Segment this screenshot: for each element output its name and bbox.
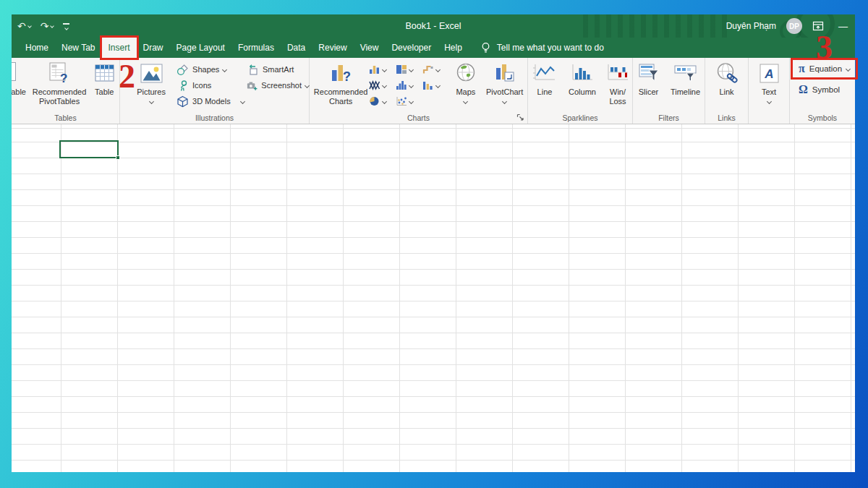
pivotchart-button[interactable]: PivotChart — [482, 58, 527, 103]
waterfall-chart-icon — [422, 64, 434, 74]
screenshot-label: Screenshot — [261, 81, 302, 90]
insert-scatter-chart-button[interactable] — [396, 93, 422, 109]
maps-label: Maps — [456, 87, 475, 97]
pie-chart-dropdown-icon — [382, 98, 387, 103]
tab-new-tab[interactable]: New Tab — [55, 38, 101, 58]
undo-dropdown-icon[interactable] — [27, 24, 32, 28]
tab-help[interactable]: Help — [438, 38, 469, 58]
screenshot-icon — [247, 80, 258, 92]
tab-page-layout[interactable]: Page Layout — [170, 38, 231, 58]
slicer-button[interactable]: Slicer — [634, 58, 664, 97]
ribbon-group-tables: PivotTable ? Recommended PivotTables — [12, 58, 120, 124]
text-button[interactable]: A Text — [752, 58, 786, 103]
sparkline-winloss-button[interactable]: Win/ Loss — [605, 58, 631, 106]
link-button[interactable]: Link — [710, 58, 744, 97]
icons-label: Icons — [192, 81, 211, 90]
selected-cell[interactable] — [59, 140, 119, 158]
filters-group-label: Filters — [633, 114, 705, 122]
annotation-step-3: 3 — [816, 32, 833, 64]
pictures-icon — [140, 61, 163, 85]
text-icon: A — [760, 61, 779, 85]
tab-insert[interactable]: Insert — [102, 38, 137, 58]
pivottable-button[interactable]: PivotTable — [12, 58, 30, 96]
sparkline-line-icon — [532, 61, 557, 85]
minimize-button[interactable]: — — [838, 21, 848, 32]
undo-icon: ↶ — [17, 21, 26, 31]
recommended-pivottables-button[interactable]: ? Recommended PivotTables — [30, 58, 90, 106]
illustrations-group-label: Illustrations — [120, 114, 309, 122]
tab-developer[interactable]: Developer — [385, 38, 438, 58]
tell-me-search[interactable]: Tell me what you want to do — [480, 38, 604, 58]
link-label: Link — [719, 87, 733, 97]
symbol-button[interactable]: Ω Symbol — [793, 82, 846, 98]
smartart-button[interactable]: SmartArt — [247, 61, 309, 77]
shapes-icon — [176, 64, 189, 76]
sparkline-column-icon — [570, 61, 595, 85]
screenshot-dropdown-icon — [305, 82, 310, 87]
redo-button[interactable]: ↷ — [41, 21, 54, 31]
3d-models-button[interactable]: 3D Models — [176, 93, 247, 109]
histogram-chart-dropdown-icon — [409, 82, 414, 87]
redo-dropdown-icon[interactable] — [51, 24, 55, 28]
table-label: Table — [95, 87, 114, 97]
customize-qat-button[interactable] — [63, 23, 69, 30]
table-button[interactable]: Table — [90, 58, 120, 97]
sparklines-group-label: Sparklines — [528, 114, 632, 122]
pictures-label: Pictures — [137, 87, 166, 97]
insert-waterfall-chart-button[interactable] — [422, 61, 449, 77]
insert-column-chart-button[interactable] — [369, 61, 396, 77]
sparkline-line-button[interactable]: Line — [529, 58, 560, 97]
link-icon — [716, 61, 738, 85]
tab-data[interactable]: Data — [281, 38, 312, 58]
smartart-label: SmartArt — [263, 65, 294, 74]
customize-qat-caret-icon — [64, 26, 69, 30]
slicer-icon — [638, 61, 660, 85]
avatar[interactable]: DP — [786, 18, 802, 34]
account-user-name[interactable]: Duyên Phạm — [726, 21, 776, 31]
sparkline-column-button[interactable]: Column — [564, 58, 600, 97]
tab-review[interactable]: Review — [312, 38, 353, 58]
maps-icon — [455, 61, 477, 85]
maps-dropdown-icon — [463, 98, 468, 103]
undo-button[interactable]: ↶ — [17, 21, 31, 31]
spreadsheet-grid[interactable] — [12, 124, 855, 472]
tab-formulas[interactable]: Formulas — [231, 38, 281, 58]
gradient-frame: ↶ ↷ Book1 - Excel Duyên Phạm DP — [0, 0, 868, 488]
combo-chart-dropdown-icon — [435, 82, 441, 87]
insert-line-chart-button[interactable] — [369, 77, 396, 93]
svg-text:?: ? — [343, 69, 351, 84]
recommended-charts-button[interactable]: ? Recommended Charts — [312, 58, 369, 106]
excel-window: ↶ ↷ Book1 - Excel Duyên Phạm DP — [12, 14, 855, 472]
fill-handle[interactable] — [116, 155, 120, 160]
pictures-button[interactable]: Pictures — [132, 58, 171, 103]
treemap-chart-icon — [396, 64, 407, 74]
symbols-group-label: Symbols — [790, 114, 855, 122]
insert-hierarchy-chart-button[interactable] — [396, 61, 422, 77]
screenshot-button[interactable]: Screenshot — [247, 77, 309, 93]
scatter-chart-dropdown-icon — [409, 98, 414, 103]
symbol-label: Symbol — [812, 85, 840, 94]
ribbon-group-text: A Text — [749, 58, 790, 124]
insert-pie-chart-button[interactable] — [369, 93, 396, 109]
tab-view[interactable]: View — [354, 38, 386, 58]
shapes-button[interactable]: Shapes — [176, 61, 247, 77]
links-group-label: Links — [705, 114, 748, 122]
tab-home[interactable]: Home — [19, 38, 55, 58]
pictures-dropdown-icon — [148, 98, 153, 103]
insert-statistic-chart-button[interactable] — [396, 77, 422, 93]
pie-chart-icon — [369, 96, 380, 106]
maps-button[interactable]: Maps — [449, 58, 482, 103]
tab-draw[interactable]: Draw — [137, 38, 170, 58]
timeline-button[interactable]: Timeline — [667, 58, 705, 97]
shapes-dropdown-icon — [222, 67, 227, 72]
pivotchart-dropdown-icon — [502, 98, 507, 103]
histogram-chart-icon — [396, 80, 407, 90]
combo-chart-icon — [422, 80, 434, 90]
quick-access-toolbar: ↶ ↷ — [17, 14, 69, 38]
insert-combo-chart-button[interactable] — [422, 77, 449, 93]
waterfall-chart-dropdown-icon — [435, 67, 441, 72]
icons-button[interactable]: Icons — [176, 77, 247, 93]
svg-text:A: A — [764, 67, 773, 80]
sparkline-line-label: Line — [537, 87, 553, 97]
pivottable-icon — [12, 62, 16, 81]
